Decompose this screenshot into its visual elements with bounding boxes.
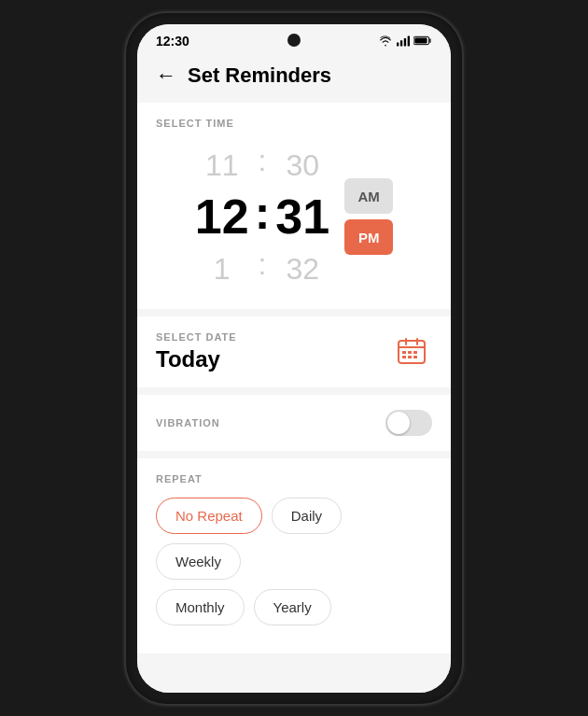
calendar-icon-button[interactable] [391, 331, 432, 372]
repeat-chip-weekly[interactable]: Weekly [156, 543, 241, 580]
date-value: Today [156, 346, 237, 372]
svg-rect-3 [408, 35, 410, 46]
time-picker-label: SELECT TIME [156, 118, 432, 129]
am-button[interactable]: AM [344, 178, 393, 214]
svg-rect-13 [402, 356, 406, 358]
time-separator: : : : [249, 144, 276, 282]
phone-frame: 12:30 [126, 13, 462, 704]
date-info: SELECT DATE Today [156, 331, 237, 372]
header: ← Set Reminders [137, 52, 451, 103]
repeat-row-1: No Repeat Daily Weekly [156, 498, 432, 580]
battery-icon [413, 35, 432, 46]
svg-rect-14 [408, 356, 412, 358]
minutes-active[interactable]: 31 [275, 190, 329, 244]
svg-rect-2 [404, 37, 406, 46]
svg-rect-12 [413, 351, 417, 354]
repeat-row-2: Monthly Yearly [156, 589, 432, 625]
vibration-section: VIBRATION [137, 395, 451, 451]
colon-prev: : [259, 144, 267, 178]
camera-notch [287, 34, 301, 47]
repeat-chip-yearly[interactable]: Yearly [254, 589, 331, 625]
date-section: SELECT DATE Today [137, 316, 451, 387]
repeat-chip-monthly[interactable]: Monthly [156, 589, 245, 625]
svg-rect-0 [397, 42, 399, 46]
repeat-label: REPEAT [156, 473, 432, 484]
page-title: Set Reminders [188, 63, 331, 88]
pm-button[interactable]: PM [344, 219, 393, 255]
signal-icon [397, 35, 410, 47]
wifi-icon [378, 35, 393, 47]
minutes-prev: 30 [286, 147, 319, 183]
hours-column: 11 12 1 [195, 147, 249, 288]
vibration-toggle[interactable] [385, 410, 432, 436]
vibration-row: VIBRATION [156, 410, 432, 436]
hours-active[interactable]: 12 [195, 190, 249, 244]
svg-rect-11 [408, 351, 412, 354]
time-picker-section: SELECT TIME 11 12 1 : : : 30 31 [137, 103, 451, 310]
content: SELECT TIME 11 12 1 : : : 30 31 [137, 103, 451, 693]
am-pm-group: AM PM [344, 178, 393, 255]
back-button[interactable]: ← [156, 65, 176, 86]
minutes-next: 32 [286, 251, 319, 287]
status-bar: 12:30 [137, 24, 451, 52]
date-row: SELECT DATE Today [156, 331, 432, 372]
hours-next: 1 [214, 251, 231, 287]
date-label: SELECT DATE [156, 331, 237, 343]
svg-rect-10 [402, 351, 406, 354]
calendar-icon [395, 335, 428, 369]
phone-screen: 12:30 [137, 24, 451, 693]
time-picker: 11 12 1 : : : 30 31 32 AM [156, 140, 432, 295]
hours-prev: 11 [205, 147, 239, 183]
svg-rect-1 [400, 40, 402, 46]
repeat-section: REPEAT No Repeat Daily Weekly Monthly Ye… [137, 458, 451, 653]
vibration-label: VIBRATION [156, 417, 220, 428]
svg-rect-15 [413, 356, 417, 358]
status-time: 12:30 [156, 34, 189, 49]
minutes-column: 30 31 32 [275, 147, 329, 288]
colon-active: : [255, 186, 271, 240]
status-icons [378, 35, 432, 47]
repeat-chip-daily[interactable]: Daily [272, 498, 342, 534]
repeat-chip-no-repeat[interactable]: No Repeat [156, 498, 262, 534]
svg-rect-5 [414, 38, 427, 44]
colon-next: : [259, 247, 267, 282]
toggle-knob [387, 412, 410, 434]
